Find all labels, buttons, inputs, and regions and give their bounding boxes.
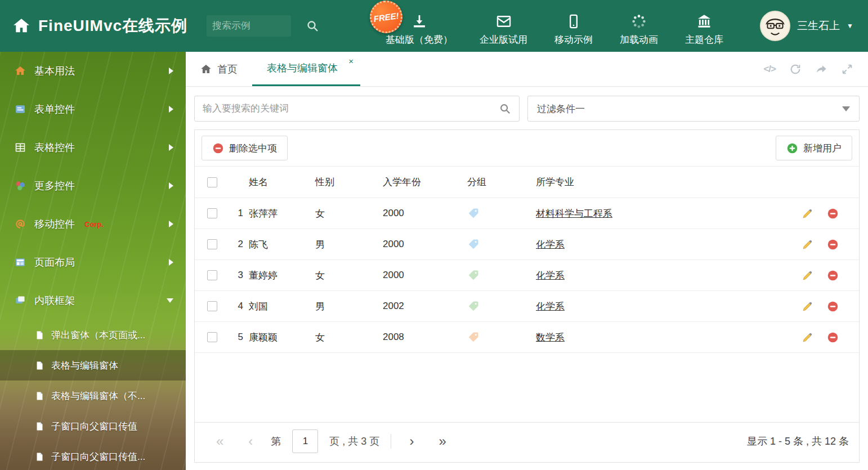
sidebar-item-inline-frame[interactable]: 内联框架 xyxy=(0,281,186,320)
row-number: 2 xyxy=(222,229,249,260)
sidebar-item-mobile-controls[interactable]: 移动控件 Corp. xyxy=(0,205,186,243)
chevron-down-icon xyxy=(167,298,173,303)
table-row: 5 康颖颖 女 2008 数学系 xyxy=(195,322,859,353)
row-checkbox[interactable] xyxy=(207,301,217,311)
user-menu[interactable]: 三生石上 ▼ xyxy=(760,11,868,41)
nav-item-basic-free[interactable]: FREE! 基础版（免费） xyxy=(386,6,453,46)
sidebar-item-page-layout[interactable]: 页面布局 xyxy=(0,243,186,281)
table-header-row: 姓名 性别 入学年份 分组 所学专业 xyxy=(195,167,859,198)
row-checkbox[interactable] xyxy=(207,239,217,249)
delete-icon[interactable] xyxy=(827,239,839,250)
table-row: 3 董婷婷 女 2000 化学系 xyxy=(195,260,859,291)
mobile-icon xyxy=(566,14,581,29)
plus-circle-icon xyxy=(786,142,798,154)
search-icon[interactable] xyxy=(499,102,511,115)
sidebar-subitem-label: 子窗口向父窗口传值... xyxy=(51,450,145,463)
nav-item-enterprise-trial[interactable]: 企业版试用 xyxy=(480,6,527,46)
delete-icon[interactable] xyxy=(827,270,839,281)
user-name: 三生石上 xyxy=(797,19,840,33)
major-link[interactable]: 数学系 xyxy=(536,332,565,343)
users-table: 姓名 性别 入学年份 分组 所学专业 1 xyxy=(195,166,859,353)
edit-icon[interactable] xyxy=(802,239,813,250)
row-actions xyxy=(791,301,859,312)
delete-icon[interactable] xyxy=(827,332,839,343)
sidebar-subitem-child-to-parent-2[interactable]: 子窗口向父窗口传值... xyxy=(0,441,186,470)
major-link[interactable]: 化学系 xyxy=(536,239,565,250)
last-page-button[interactable]: » xyxy=(432,435,453,448)
refresh-icon[interactable] xyxy=(789,63,802,75)
keyword-search-input[interactable] xyxy=(203,103,493,114)
row-checkbox[interactable] xyxy=(207,332,217,342)
column-header-year[interactable]: 入学年份 xyxy=(383,167,467,198)
top-search xyxy=(207,15,319,37)
close-icon[interactable]: × xyxy=(348,57,354,65)
chevron-right-icon xyxy=(169,68,173,74)
sidebar-subitem-grid-edit-window[interactable]: 表格与编辑窗体 xyxy=(0,350,186,381)
edit-icon[interactable] xyxy=(802,301,813,312)
nav-item-label: 移动示例 xyxy=(554,33,593,46)
select-all-checkbox[interactable] xyxy=(207,177,217,187)
nav-item-loading-animation[interactable]: 加载动画 xyxy=(620,6,658,46)
cell-name: 董婷婷 xyxy=(249,260,315,291)
nav-item-theme-repo[interactable]: 主题仓库 xyxy=(685,6,723,46)
sidebar-subitem-grid-edit-window-2[interactable]: 表格与编辑窗体（不... xyxy=(0,381,186,411)
sidebar-subitem-child-to-parent[interactable]: 子窗口向父窗口传值 xyxy=(0,411,186,441)
sidebar-item-label: 页面布局 xyxy=(34,256,75,269)
sidebar-item-grid-controls[interactable]: 表格控件 xyxy=(0,128,186,167)
column-header-name[interactable]: 姓名 xyxy=(249,167,315,198)
cell-year: 2008 xyxy=(383,322,467,353)
tag-icon xyxy=(467,300,480,312)
first-page-button[interactable]: « xyxy=(209,435,230,448)
nav-item-mobile-demo[interactable]: 移动示例 xyxy=(554,6,593,46)
sidebar: 基本用法 表单控件 表格控件 更多控件 移动控件 Corp. xyxy=(0,52,186,470)
sidebar-subitem-popup-window[interactable]: 弹出窗体（本页面或... xyxy=(0,320,186,350)
next-page-button[interactable]: › xyxy=(402,435,420,448)
row-checkbox[interactable] xyxy=(207,208,217,218)
delete-selected-button[interactable]: 删除选中项 xyxy=(202,136,288,160)
home-icon xyxy=(12,17,30,35)
tab-grid-edit-window[interactable]: 表格与编辑窗体 × xyxy=(252,52,360,86)
major-link[interactable]: 化学系 xyxy=(536,270,565,281)
pager-divider xyxy=(391,434,391,449)
pagination-bar: « ‹ 第 页 , 共 3 页 › » 显示 1 - 5 条 , 共 12 条 xyxy=(195,422,859,462)
cell-name: 刘国 xyxy=(249,291,315,322)
sidebar-item-form-controls[interactable]: 表单控件 xyxy=(0,90,186,128)
cell-gender: 女 xyxy=(315,198,383,229)
delete-icon[interactable] xyxy=(827,208,839,220)
column-header-major[interactable]: 所学专业 xyxy=(536,167,791,198)
prev-page-button[interactable]: ‹ xyxy=(241,435,259,448)
tab-home[interactable]: 首页 xyxy=(186,52,252,86)
edit-icon[interactable] xyxy=(802,208,813,220)
delete-icon[interactable] xyxy=(827,301,839,312)
sidebar-item-basic-usage[interactable]: 基本用法 xyxy=(0,52,186,90)
sidebar-item-label: 内联框架 xyxy=(34,294,75,307)
brand[interactable]: FineUIMvc在线示例 xyxy=(0,15,187,37)
row-checkbox[interactable] xyxy=(207,270,217,280)
column-header-gender[interactable]: 性别 xyxy=(315,167,383,198)
edit-icon[interactable] xyxy=(802,332,813,343)
expand-icon[interactable] xyxy=(841,63,853,75)
column-header-group[interactable]: 分组 xyxy=(467,167,536,198)
top-search-input[interactable] xyxy=(207,15,291,37)
row-actions xyxy=(791,239,859,250)
add-user-label: 新增用户 xyxy=(803,142,842,155)
tab-toolbar: </> xyxy=(763,52,868,86)
page-number-input[interactable] xyxy=(292,429,318,453)
add-user-button[interactable]: 新增用户 xyxy=(776,136,852,160)
share-icon[interactable] xyxy=(815,63,827,75)
source-code-icon[interactable]: </> xyxy=(763,64,776,75)
sidebar-item-more-controls[interactable]: 更多控件 xyxy=(0,167,186,205)
sidebar-item-label: 基本用法 xyxy=(34,64,75,78)
filter-dropdown[interactable]: 过滤条件一 xyxy=(527,96,860,122)
major-link[interactable]: 材料科学与工程系 xyxy=(536,208,612,219)
home-icon xyxy=(15,65,26,77)
major-link[interactable]: 化学系 xyxy=(536,301,565,312)
free-badge: FREE! xyxy=(368,0,405,35)
search-icon[interactable] xyxy=(306,19,319,33)
row-actions xyxy=(791,270,859,281)
frame-icon xyxy=(15,295,26,306)
row-number: 4 xyxy=(222,291,249,322)
edit-icon[interactable] xyxy=(802,270,813,281)
avatar xyxy=(760,11,790,41)
file-icon xyxy=(35,422,44,431)
